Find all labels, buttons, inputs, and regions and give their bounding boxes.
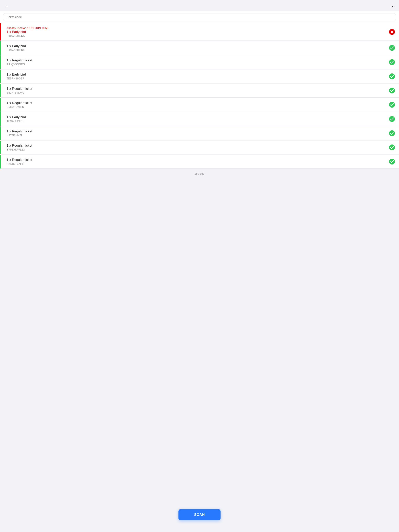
ticket-status-border [0,55,1,69]
check-icon [389,158,395,165]
ticket-code: S52KT5TNW9 [7,91,386,94]
ticket-name: 1 x Early bird [7,73,386,76]
check-icon [389,102,395,108]
check-icon [389,73,395,79]
ticket-item[interactable]: 1 x Early birdJEBRH19GE7 [0,70,399,83]
check-icon [389,45,395,51]
ticket-item[interactable]: 1 x Early birdTESAU3PFBH [0,112,399,126]
ticket-item[interactable]: 1 x Early birdH19W1O1SKK [0,41,399,55]
ticket-info: 1 x Early birdJEBRH19GE7 [4,73,386,80]
pagination: 25 / 359 [0,169,399,203]
ticket-name: 1 x Regular ticket [7,58,386,62]
ticket-code: JEBRH19GE7 [7,77,386,80]
search-container [0,11,399,23]
ticket-info: 1 x Regular ticketAKSBLTLXPF [4,158,386,165]
ticket-status-border [0,23,1,40]
ticket-item[interactable]: 1 x Regular ticketTY5SXDW12G [0,141,399,154]
error-icon [389,29,395,35]
ticket-item[interactable]: Already used on 16.01.2019 10:581 x Earl… [0,23,399,41]
check-icon [389,59,395,65]
svg-point-9 [389,130,395,136]
check-icon [389,130,395,136]
ticket-status-border [0,112,1,126]
ticket-name: 1 x Regular ticket [7,101,386,105]
ticket-status-border [0,98,1,112]
svg-point-5 [389,73,395,79]
ticket-name: 1 x Early bird [7,115,386,119]
ticket-info: 1 x Regular ticketUMS6T9WI3K [4,101,386,108]
ticket-status-border [0,84,1,97]
ticket-info: 1 x Regular ticketH273I1MKZI [4,129,386,137]
ticket-name: 1 x Regular ticket [7,144,386,148]
ticket-status-border [0,41,1,55]
ticket-item[interactable]: 1 x Regular ticketS52KT5TNW9 [0,84,399,98]
svg-point-3 [389,45,395,51]
ticket-list: Already used on 16.01.2019 10:581 x Earl… [0,23,399,169]
ticket-code: AJLQV9QGDS [7,63,386,66]
svg-point-4 [389,59,395,65]
ticket-code: UMS6T9WI3K [7,105,386,108]
ticket-info: 1 x Regular ticketAJLQV9QGDS [4,58,386,66]
ticket-code: TY5SXDW12G [7,148,386,151]
ticket-code: H273I1MKZI [7,134,386,137]
ticket-code: AKSBLTLXPF [7,162,386,165]
ticket-info: 1 x Regular ticketTY5SXDW12G [4,144,386,151]
check-icon [389,144,395,151]
ticket-info: 1 x Regular ticketS52KT5TNW9 [4,87,386,94]
ticket-item[interactable]: 1 x Regular ticketUMS6T9WI3K [0,98,399,112]
scan-button-container: SCAN [0,505,399,524]
svg-point-7 [389,102,395,108]
svg-point-11 [389,159,395,165]
search-input[interactable] [3,13,396,21]
ticket-status-border [0,155,1,168]
ticket-code: H19W1O1SKK [7,49,386,52]
scan-button[interactable]: SCAN [179,509,220,520]
ticket-name: 1 x Regular ticket [7,129,386,133]
check-icon [389,116,395,122]
ticket-name: 1 x Early bird [7,30,386,34]
svg-point-8 [389,116,395,122]
ticket-name: 1 x Early bird [7,44,386,48]
ticket-name: 1 x Regular ticket [7,158,386,162]
check-icon [389,88,395,94]
more-button[interactable]: ··· [390,4,395,9]
ticket-status-border [0,141,1,154]
back-button[interactable]: ‹ [4,3,8,10]
app-header: ‹ ··· [0,0,399,11]
ticket-info: 1 x Early birdTESAU3PFBH [4,115,386,123]
ticket-info: 1 x Early birdH19W1O1SKK [4,44,386,52]
ticket-status-border [0,126,1,140]
ticket-item[interactable]: 1 x Regular ticketAJLQV9QGDS [0,55,399,69]
ticket-item[interactable]: 1 x Regular ticketAKSBLTLXPF [0,155,399,169]
ticket-status-border [0,70,1,83]
ticket-info: Already used on 16.01.2019 10:581 x Earl… [4,26,386,37]
ticket-item[interactable]: 1 x Regular ticketH273I1MKZI [0,126,399,140]
svg-point-10 [389,145,395,150]
error-message: Already used on 16.01.2019 10:58 [7,26,386,30]
svg-point-6 [389,88,395,94]
ticket-name: 1 x Regular ticket [7,87,386,91]
ticket-code: TESAU3PFBH [7,120,386,123]
ticket-code: H19W1O1SKK [7,34,386,37]
